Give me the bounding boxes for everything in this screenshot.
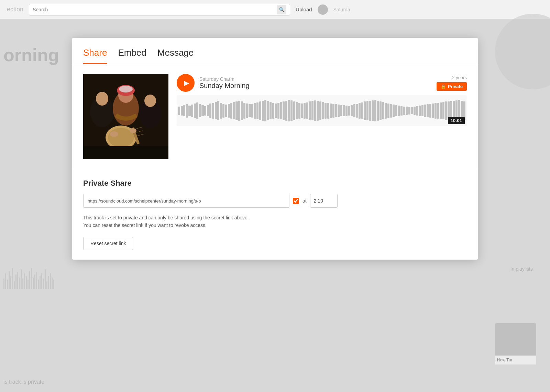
svg-point-17	[130, 128, 136, 133]
track-play-row: ▶ Saturday Charm Sunday Morning	[177, 74, 250, 92]
search-bar[interactable]: 🔍	[29, 4, 290, 15]
private-share-title: Private Share	[83, 179, 467, 188]
svg-rect-18	[83, 146, 168, 159]
nav-username: Saturda	[333, 7, 350, 12]
bg-bottom-text: is track is private	[3, 379, 44, 385]
search-input[interactable]	[33, 7, 277, 12]
waveform-container[interactable]: 10:01	[177, 95, 467, 126]
svg-point-9	[144, 95, 156, 107]
share-modal: Share Embed Message	[72, 38, 478, 260]
track-header: ▶ Saturday Charm Sunday Morning 2 years …	[177, 74, 467, 92]
avatar[interactable]	[318, 4, 328, 15]
track-section: ▶ Saturday Charm Sunday Morning 2 years …	[72, 64, 478, 169]
bg-waveform	[3, 261, 54, 289]
play-button[interactable]: ▶	[177, 74, 195, 92]
album-art-svg	[83, 74, 168, 159]
track-age: 2 years	[452, 75, 467, 80]
track-title: Sunday Morning	[199, 82, 250, 90]
tab-bar: Share Embed Message	[72, 38, 478, 64]
private-badge: 🔒 Private	[437, 82, 467, 91]
private-label: Private	[448, 84, 463, 89]
upload-button[interactable]: Upload	[296, 7, 312, 12]
tab-embed[interactable]: Embed	[118, 47, 146, 64]
waveform-time: 10:01	[448, 117, 465, 124]
track-meta: Saturday Charm Sunday Morning	[199, 76, 250, 90]
svg-point-7	[119, 86, 133, 92]
track-time-private: 2 years 🔒 Private	[437, 75, 467, 91]
svg-point-3	[96, 92, 108, 106]
private-share-description: This track is set to private and can onl…	[83, 214, 467, 229]
tab-message[interactable]: Message	[157, 47, 194, 64]
play-icon: ▶	[184, 79, 189, 87]
at-label: at	[302, 198, 307, 204]
album-art	[83, 74, 168, 159]
url-row: at	[83, 194, 467, 208]
track-artist: Saturday Charm	[199, 76, 250, 82]
search-button[interactable]: 🔍	[277, 5, 286, 14]
lock-icon: 🔒	[441, 84, 446, 89]
private-share-section: Private Share at This track is set to pr…	[72, 169, 478, 260]
bg-thumbnail-label: New Tur	[495, 356, 536, 364]
waveform-bars	[177, 95, 467, 126]
track-info: ▶ Saturday Charm Sunday Morning 2 years …	[177, 74, 467, 126]
nav-section: ection	[7, 6, 23, 13]
svg-point-16	[110, 131, 118, 137]
bg-in-playlists: In playlists	[510, 266, 533, 272]
share-url-input[interactable]	[83, 194, 289, 208]
top-nav: ection 🔍 Upload Saturda	[0, 0, 550, 19]
reset-secret-link-button[interactable]: Reset secret link	[83, 237, 133, 250]
time-checkbox[interactable]	[293, 198, 299, 204]
bg-thumbnail: New Tur	[495, 323, 536, 364]
time-input[interactable]	[310, 194, 338, 208]
tab-share[interactable]: Share	[83, 47, 107, 64]
bg-title: orning	[0, 45, 59, 65]
